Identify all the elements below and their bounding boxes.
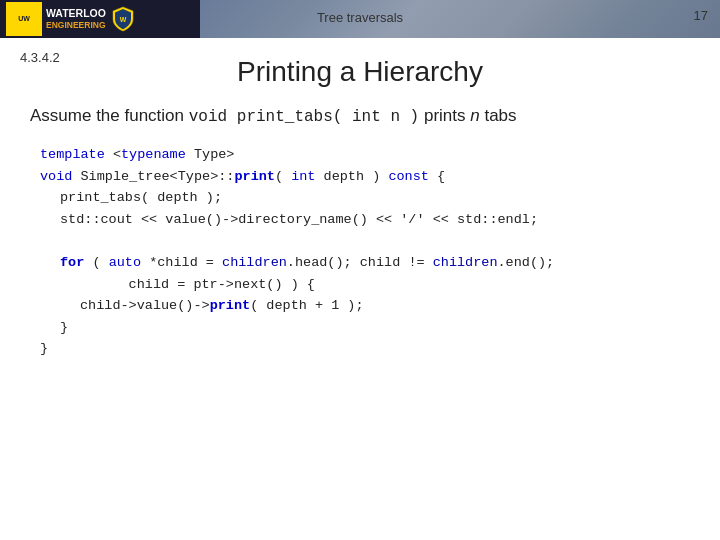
code-line-5 xyxy=(40,230,700,252)
assume-italic-n: n xyxy=(470,106,479,125)
code-line-4: std::cout << value()->directory_name() <… xyxy=(40,209,700,231)
code-line-7: child = ptr->next() ) { xyxy=(40,274,700,296)
assume-suffix-pre: prints xyxy=(419,106,470,125)
svg-text:W: W xyxy=(120,16,127,23)
assume-text: Assume the function void print_tabs( int… xyxy=(20,106,700,126)
section-number: 4.3.4.2 xyxy=(20,50,60,65)
assume-prefix: Assume the function xyxy=(30,106,189,125)
code-block: template <typename Type> void Simple_tre… xyxy=(20,144,700,360)
university-text: WATERLOO ENGINEERING xyxy=(46,7,106,32)
assume-suffix-post: tabs xyxy=(480,106,517,125)
code-line-8: child->value()->print( depth + 1 ); xyxy=(40,295,700,317)
code-line-3: print_tabs( depth ); xyxy=(40,187,700,209)
slide-number: 17 xyxy=(694,8,708,23)
code-line-1: template <typename Type> xyxy=(40,144,700,166)
code-line-9: } xyxy=(40,317,700,339)
shield-icon: W xyxy=(112,6,134,32)
university-logo: UW WATERLOO ENGINEERING W xyxy=(6,2,134,36)
uw-badge: UW xyxy=(6,2,42,36)
department-name: ENGINEERING xyxy=(46,20,106,31)
code-line-6: for ( auto *child = children.head(); chi… xyxy=(40,252,700,274)
code-line-10: } xyxy=(40,338,700,360)
code-line-2: void Simple_tree<Type>::print( int depth… xyxy=(40,166,700,188)
main-content: 4.3.4.2 Printing a Hierarchy Assume the … xyxy=(0,38,720,540)
assume-code: void print_tabs( int n ) xyxy=(189,108,419,126)
university-name: WATERLOO xyxy=(46,7,106,21)
slide-heading: Printing a Hierarchy xyxy=(20,56,700,88)
